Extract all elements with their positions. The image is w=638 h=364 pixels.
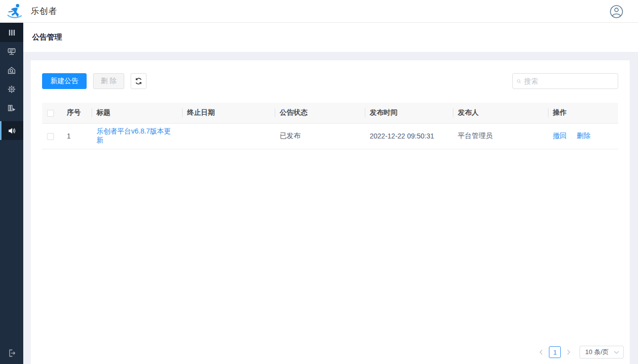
refresh-button[interactable] [131, 73, 147, 89]
row-status: 已发布 [275, 123, 365, 149]
pagination: 1 10 条/页 [535, 346, 624, 359]
page-header: 公告管理 [23, 23, 638, 52]
column-divider [548, 108, 548, 117]
app-window: 乐创者 [0, 0, 638, 364]
page-title: 公告管理 [32, 33, 62, 42]
top-header: 乐创者 [0, 0, 638, 23]
row-checkbox[interactable] [47, 133, 54, 140]
withdraw-action-link[interactable]: 撤回 [553, 132, 567, 139]
sidebar-nav [0, 23, 23, 364]
new-announcement-button[interactable]: 新建公告 [42, 73, 87, 89]
column-divider [453, 108, 453, 117]
row-publish-time: 2022-12-22 09:50:31 [365, 123, 453, 149]
page-size-label: 10 条/页 [585, 348, 609, 357]
column-divider [275, 108, 275, 117]
row-no: 1 [62, 123, 92, 149]
announcement-title-link[interactable]: 乐创者平台v6.8.7版本更新 [97, 127, 171, 144]
chevron-left-icon [539, 349, 543, 355]
sidebar-item-announcements[interactable] [0, 121, 23, 140]
table-row: 1 乐创者平台v6.8.7版本更新 已发布 2022-12-22 09:50:3… [42, 123, 618, 149]
user-avatar-icon[interactable] [610, 5, 623, 18]
select-all-checkbox[interactable] [47, 110, 54, 117]
col-publisher: 发布人 [453, 103, 548, 123]
prev-page-button[interactable] [535, 346, 547, 358]
col-actions: 操作 [548, 103, 618, 123]
col-publish-time: 发布时间 [365, 103, 453, 123]
search-icon [517, 78, 521, 85]
sidebar-item-server[interactable] [0, 42, 23, 61]
announcement-speaker-icon [7, 126, 16, 136]
row-end-date [182, 123, 275, 149]
table-header-row: 序号 标题 终止日期 公告状态 发布时间 发布人 操作 [42, 103, 618, 123]
sidebar-item-home-search[interactable] [0, 61, 23, 80]
delete-action-link[interactable]: 删除 [577, 132, 590, 139]
col-end-date: 终止日期 [182, 103, 275, 123]
sidebar-item-columns[interactable] [0, 23, 23, 42]
chevron-right-icon [566, 349, 571, 355]
archive-export-icon [7, 103, 16, 113]
sidebar-item-archive[interactable] [0, 98, 23, 117]
logout-icon [7, 348, 17, 358]
column-divider [365, 108, 365, 117]
refresh-icon [135, 77, 143, 85]
columns-icon [7, 28, 16, 37]
row-publisher: 平台管理员 [453, 123, 548, 149]
col-status: 公告状态 [275, 103, 365, 123]
chevron-down-icon [614, 351, 619, 354]
brand-logo-runner-icon [5, 2, 24, 21]
search-box [512, 73, 618, 89]
content-area: 新建公告 删 除 [23, 52, 638, 364]
sidebar-item-logout[interactable] [0, 348, 23, 358]
delete-button[interactable]: 删 除 [93, 73, 124, 89]
column-divider [92, 108, 92, 117]
main-area: 公告管理 新建公告 删 除 [23, 23, 638, 364]
brand-name: 乐创者 [31, 5, 57, 17]
page-size-select[interactable]: 10 条/页 [580, 346, 624, 359]
col-no: 序号 [62, 103, 92, 123]
announcement-table: 序号 标题 终止日期 公告状态 发布时间 发布人 操作 [42, 103, 618, 149]
next-page-button[interactable] [563, 346, 575, 358]
gear-icon [7, 85, 16, 94]
sidebar-item-settings[interactable] [0, 80, 23, 98]
announcement-card: 新建公告 删 除 [31, 60, 630, 364]
page-number-button[interactable]: 1 [549, 346, 561, 358]
toolbar: 新建公告 删 除 [42, 73, 618, 89]
col-title: 标题 [92, 103, 182, 123]
server-icon [7, 47, 16, 56]
column-divider [182, 108, 183, 117]
search-input[interactable] [524, 77, 614, 85]
home-search-icon [7, 66, 16, 75]
